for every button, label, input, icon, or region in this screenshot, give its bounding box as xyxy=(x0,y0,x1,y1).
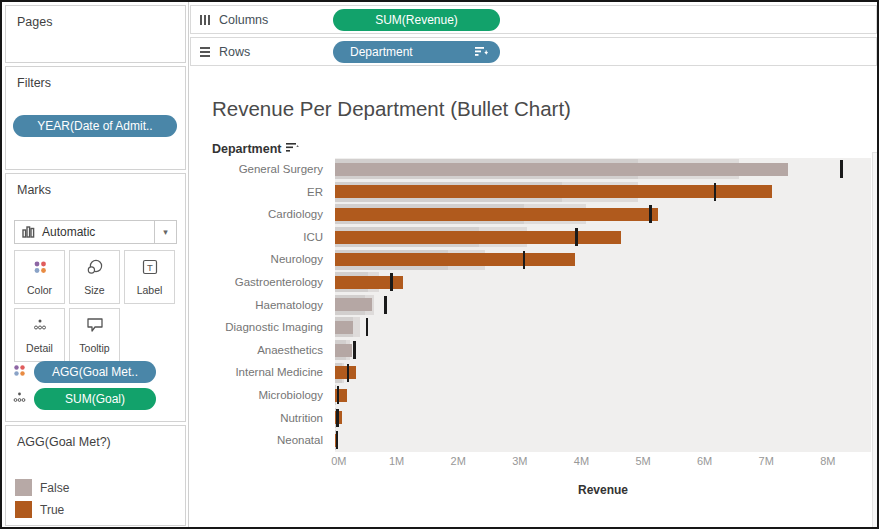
color-button[interactable]: Color xyxy=(14,250,65,304)
rows-shelf[interactable]: Rows Department xyxy=(190,37,877,66)
row-label[interactable]: Neonatal xyxy=(190,429,330,452)
bullet-row xyxy=(335,181,871,204)
legend-label-true: True xyxy=(40,503,64,517)
bullet-row xyxy=(335,203,871,226)
bullet-row xyxy=(335,384,871,407)
goal-marker xyxy=(337,386,340,404)
goal-marker xyxy=(714,183,717,201)
row-label[interactable]: Anaesthetics xyxy=(190,339,330,362)
legend-title: AGG(Goal Met?) xyxy=(6,426,185,449)
chevron-down-icon[interactable]: ▾ xyxy=(154,221,176,243)
filters-card-title: Filters xyxy=(6,67,185,90)
x-tick-label: 1M xyxy=(389,455,404,467)
bullet-row xyxy=(335,226,871,249)
rows-pill-department-label: Department xyxy=(333,45,475,59)
legend-swatch-false xyxy=(15,479,32,496)
revenue-bar[interactable] xyxy=(335,231,621,244)
color-legend-card: AGG(Goal Met?) False True xyxy=(5,425,186,526)
revenue-bar[interactable] xyxy=(335,344,352,357)
bullet-row xyxy=(335,339,871,362)
label-button-label: Label xyxy=(137,284,163,296)
filter-pill-year-date-of-admit[interactable]: YEAR(Date of Admit.. xyxy=(13,115,177,137)
detail-button[interactable]: Detail xyxy=(14,308,65,362)
revenue-bar[interactable] xyxy=(335,366,356,379)
size-button[interactable]: Size xyxy=(69,250,120,304)
row-label[interactable]: Neurology xyxy=(190,248,330,271)
tableau-worksheet-window: Pages Filters YEAR(Date of Admit.. Marks… xyxy=(0,0,879,529)
color-dots-icon xyxy=(12,363,27,382)
bullet-row xyxy=(335,248,871,271)
row-label[interactable]: Gastroenterology xyxy=(190,271,330,294)
goal-marker xyxy=(353,341,356,359)
row-label[interactable]: ICU xyxy=(190,226,330,249)
bullet-row xyxy=(335,407,871,430)
row-header-label: Department xyxy=(212,142,281,156)
x-axis-title: Revenue xyxy=(335,483,871,497)
row-label[interactable]: Haematology xyxy=(190,294,330,317)
revenue-bar[interactable] xyxy=(335,253,575,266)
tooltip-icon xyxy=(86,317,104,337)
size-button-label: Size xyxy=(84,284,104,296)
legend-item-true[interactable]: True xyxy=(15,501,64,518)
goal-marker xyxy=(336,431,339,449)
row-label[interactable]: Diagnostic Imaging xyxy=(190,316,330,339)
x-tick-label: 2M xyxy=(451,455,466,467)
x-axis-ticks: 0M1M2M3M4M5M6M7M8M xyxy=(335,455,871,469)
marks-pill-sum-goal[interactable]: SUM(Goal) xyxy=(34,388,156,410)
detail-dots-icon xyxy=(12,390,27,409)
bullet-row xyxy=(335,429,871,452)
marks-card: Marks Automatic ▾ Color Size xyxy=(5,173,186,422)
rows-pill-department[interactable]: Department xyxy=(333,41,500,63)
revenue-bar[interactable] xyxy=(335,321,353,334)
bar-chart-icon xyxy=(22,226,35,238)
label-button[interactable]: T Label xyxy=(124,250,175,304)
pages-card: Pages xyxy=(5,5,186,63)
row-label[interactable]: Microbiology xyxy=(190,384,330,407)
legend-item-false[interactable]: False xyxy=(15,479,69,496)
bullet-row xyxy=(335,316,871,339)
legend-swatch-true xyxy=(15,501,32,518)
goal-marker xyxy=(347,364,350,382)
panel-divider xyxy=(188,2,189,529)
x-tick-label: 5M xyxy=(635,455,650,467)
revenue-bar[interactable] xyxy=(335,208,658,221)
marks-pill-agg-goal-met[interactable]: AGG(Goal Met.. xyxy=(34,361,156,383)
detail-icon xyxy=(32,317,48,337)
revenue-bar[interactable] xyxy=(335,298,372,311)
revenue-bar[interactable] xyxy=(335,185,772,198)
tooltip-button[interactable]: Tooltip xyxy=(69,308,120,362)
marks-pill-row: AGG(Goal Met.. xyxy=(12,361,156,383)
goal-marker xyxy=(649,205,652,223)
svg-text:T: T xyxy=(147,261,153,272)
label-icon: T xyxy=(142,259,158,279)
goal-marker xyxy=(523,251,526,269)
row-label[interactable]: Nutrition xyxy=(190,407,330,430)
columns-pill-sum-revenue[interactable]: SUM(Revenue) xyxy=(333,9,500,31)
goal-marker xyxy=(390,273,393,291)
mark-type-dropdown[interactable]: Automatic ▾ xyxy=(14,220,177,244)
sort-descending-icon[interactable] xyxy=(475,46,488,57)
plot-area xyxy=(335,158,871,452)
row-header[interactable]: Department xyxy=(212,142,299,156)
row-labels: General SurgeryERCardiologyICUNeurologyG… xyxy=(190,158,330,452)
legend-label-false: False xyxy=(40,481,69,495)
sort-descending-icon[interactable] xyxy=(286,142,299,156)
marks-card-title: Marks xyxy=(6,174,185,197)
columns-shelf-label: Columns xyxy=(219,13,268,27)
bullet-row xyxy=(335,158,871,181)
row-label[interactable]: General Surgery xyxy=(190,158,330,181)
rows-shelf-label: Rows xyxy=(219,45,250,59)
revenue-bar[interactable] xyxy=(335,163,788,176)
row-label[interactable]: ER xyxy=(190,181,330,204)
mark-type-value: Automatic xyxy=(42,225,154,239)
x-tick-label: 0M xyxy=(331,455,346,467)
x-tick-label: 7M xyxy=(759,455,774,467)
goal-marker xyxy=(384,296,387,314)
columns-shelf[interactable]: Columns SUM(Revenue) xyxy=(190,5,877,34)
row-label[interactable]: Cardiology xyxy=(190,203,330,226)
vertical-scrollbar[interactable] xyxy=(872,152,879,529)
goal-marker xyxy=(840,160,843,178)
color-button-label: Color xyxy=(27,284,52,296)
row-label[interactable]: Internal Medicine xyxy=(190,361,330,384)
filters-card: Filters YEAR(Date of Admit.. xyxy=(5,66,186,170)
